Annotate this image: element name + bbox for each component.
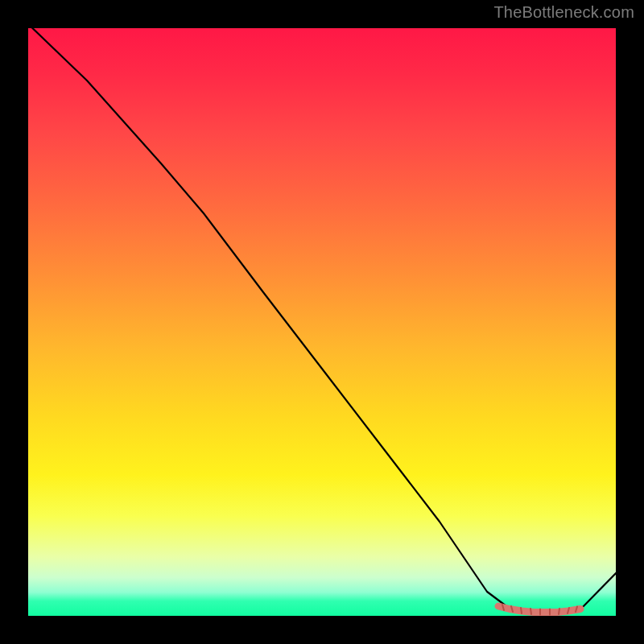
chart-svg <box>28 28 616 616</box>
bottleneck-curve-line <box>28 28 616 613</box>
svg-line-2 <box>521 608 522 613</box>
plot-area <box>28 28 616 616</box>
svg-line-3 <box>530 609 531 614</box>
bottleneck-chart: TheBottleneck.com <box>0 0 644 644</box>
svg-line-6 <box>559 609 559 614</box>
attribution-text: TheBottleneck.com <box>493 3 634 22</box>
